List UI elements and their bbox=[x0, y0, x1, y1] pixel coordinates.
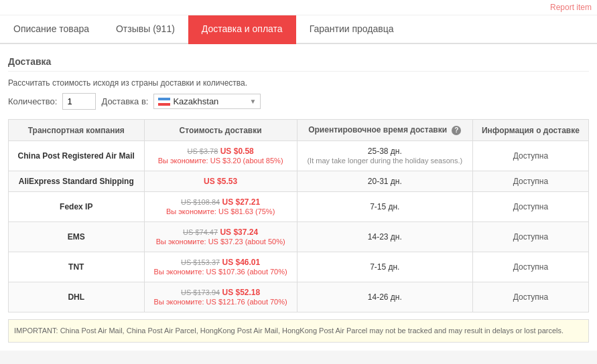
availability: Доступна bbox=[513, 292, 548, 302]
qty-input[interactable] bbox=[62, 93, 96, 110]
delivery-time: 25-38 дн. bbox=[368, 147, 402, 156]
top-bar: Report item bbox=[0, 0, 597, 15]
dest-select[interactable]: Kazakhstan ▼ bbox=[153, 94, 261, 109]
table-row: China Post Registered Air MailUS $3.78 U… bbox=[9, 141, 589, 171]
availability: Доступна bbox=[513, 262, 548, 272]
carrier-cell: DHL bbox=[9, 282, 145, 312]
table-row: TNTUS $153.37 US $46.01Вы экономите: US … bbox=[9, 252, 589, 282]
delivery-time: 14-26 дн. bbox=[368, 292, 402, 302]
carrier-cell: EMS bbox=[9, 222, 145, 252]
price-save: Вы экономите: US $37.23 (about 50%) bbox=[156, 238, 285, 246]
carrier-name: EMS bbox=[68, 232, 85, 242]
time-cell: 7-15 дн. bbox=[297, 192, 472, 222]
tab-reviews[interactable]: Отзывы (911) bbox=[103, 15, 188, 44]
col-carrier: Транспортная компания bbox=[9, 120, 145, 141]
content-area: Доставка Рассчитать стоимость исходя из … bbox=[0, 44, 597, 351]
dest-select-text: Kazakhstan bbox=[173, 96, 218, 106]
time-cell: 20-31 дн. bbox=[297, 171, 472, 192]
table-row: Fedex IPUS $108.84 US $27.21Вы экономите… bbox=[9, 192, 589, 222]
table-row: DHLUS $173.94 US $52.18Вы экономите: US … bbox=[9, 282, 589, 312]
price-old: US $153.37 bbox=[181, 258, 220, 266]
help-icon[interactable]: ? bbox=[452, 126, 461, 135]
cost-cell: US $5.53 bbox=[144, 171, 297, 192]
time-cell: 14-26 дн. bbox=[297, 282, 472, 312]
tab-description[interactable]: Описание товара bbox=[0, 15, 103, 44]
price-old: US $173.94 bbox=[181, 288, 220, 296]
chevron-down-icon: ▼ bbox=[250, 98, 257, 105]
price-save: Вы экономите: US $107.36 (about 70%) bbox=[154, 268, 287, 276]
qty-label: Количество: bbox=[8, 96, 57, 106]
cost-cell: US $153.37 US $46.01Вы экономите: US $10… bbox=[144, 252, 297, 282]
info-cell: Доступна bbox=[472, 141, 588, 171]
cost-cell: US $108.84 US $27.21Вы экономите: US $81… bbox=[144, 192, 297, 222]
time-cell: 25-38 дн.(It may take longer during the … bbox=[297, 141, 472, 171]
time-cell: 14-23 дн. bbox=[297, 222, 472, 252]
cost-cell: US $74.47 US $37.24Вы экономите: US $37.… bbox=[144, 222, 297, 252]
table-row: AliExpress Standard ShippingUS $5.5320-3… bbox=[9, 171, 589, 192]
info-cell: Доступна bbox=[472, 192, 588, 222]
info-cell: Доступна bbox=[472, 222, 588, 252]
price-save: Вы экономите: US $3.20 (about 85%) bbox=[158, 157, 283, 165]
availability: Доступна bbox=[513, 177, 548, 186]
price-new: US $37.24 bbox=[220, 227, 258, 237]
info-cell: Доступна bbox=[472, 282, 588, 312]
cost-cell: US $173.94 US $52.18Вы экономите: US $12… bbox=[144, 282, 297, 312]
price-save: Вы экономите: US $121.76 (about 70%) bbox=[154, 298, 287, 306]
important-note: IMPORTANT: China Post Air Mail, China Po… bbox=[8, 319, 589, 343]
carrier-name: TNT bbox=[68, 262, 84, 272]
carrier-cell: TNT bbox=[9, 252, 145, 282]
delivery-time: 7-15 дн. bbox=[370, 262, 399, 272]
delivery-note: (It may take longer during the holiday s… bbox=[307, 157, 462, 165]
availability: Доступна bbox=[513, 232, 548, 242]
price-new: US $5.53 bbox=[204, 177, 237, 186]
price-new: US $52.18 bbox=[222, 288, 260, 297]
tab-delivery[interactable]: Доставка и оплата bbox=[188, 15, 296, 44]
flag-icon bbox=[158, 98, 170, 106]
section-title: Доставка bbox=[8, 52, 589, 72]
qty-dest-row: Количество: Доставка в: Kazakhstan ▼ bbox=[8, 93, 589, 110]
col-cost: Стоимость доставки bbox=[144, 120, 297, 141]
availability: Доступна bbox=[513, 151, 548, 161]
table-row: EMSUS $74.47 US $37.24Вы экономите: US $… bbox=[9, 222, 589, 252]
col-info: Информация о доставке bbox=[472, 120, 588, 141]
carrier-cell: Fedex IP bbox=[9, 192, 145, 222]
price-save: Вы экономите: US $81.63 (75%) bbox=[166, 207, 275, 215]
col-time: Ориентировочное время доставки ? bbox=[297, 120, 472, 141]
carrier-name: AliExpress Standard Shipping bbox=[19, 177, 134, 186]
carrier-cell: China Post Registered Air Mail bbox=[9, 141, 145, 171]
price-old: US $3.78 bbox=[187, 147, 218, 155]
dest-label: Доставка в: bbox=[101, 96, 148, 106]
availability: Доступна bbox=[513, 202, 548, 211]
time-cell: 7-15 дн. bbox=[297, 252, 472, 282]
carrier-cell: AliExpress Standard Shipping bbox=[9, 171, 145, 192]
calc-text: Рассчитать стоимость исходя из страны до… bbox=[8, 78, 589, 88]
carrier-name: China Post Registered Air Mail bbox=[18, 151, 135, 161]
delivery-time: 7-15 дн. bbox=[370, 202, 399, 211]
price-new: US $0.58 bbox=[220, 147, 254, 156]
carrier-name: Fedex IP bbox=[60, 202, 92, 211]
price-new: US $27.21 bbox=[222, 197, 260, 207]
info-cell: Доступна bbox=[472, 171, 588, 192]
cost-cell: US $3.78 US $0.58Вы экономите: US $3.20 … bbox=[144, 141, 297, 171]
report-link[interactable]: Report item bbox=[550, 3, 592, 12]
price-old: US $74.47 bbox=[183, 228, 218, 236]
delivery-time: 14-23 дн. bbox=[368, 232, 402, 242]
tab-guarantee[interactable]: Гарантии продавца bbox=[296, 15, 407, 44]
price-old: US $108.84 bbox=[181, 198, 220, 206]
tab-bar: Описание товара Отзывы (911) Доставка и … bbox=[0, 15, 597, 44]
info-cell: Доступна bbox=[472, 252, 588, 282]
carrier-name: DHL bbox=[68, 292, 84, 302]
delivery-time: 20-31 дн. bbox=[368, 177, 402, 186]
shipping-table: Транспортная компания Стоимость доставки… bbox=[8, 119, 589, 312]
price-new: US $46.01 bbox=[222, 258, 260, 267]
